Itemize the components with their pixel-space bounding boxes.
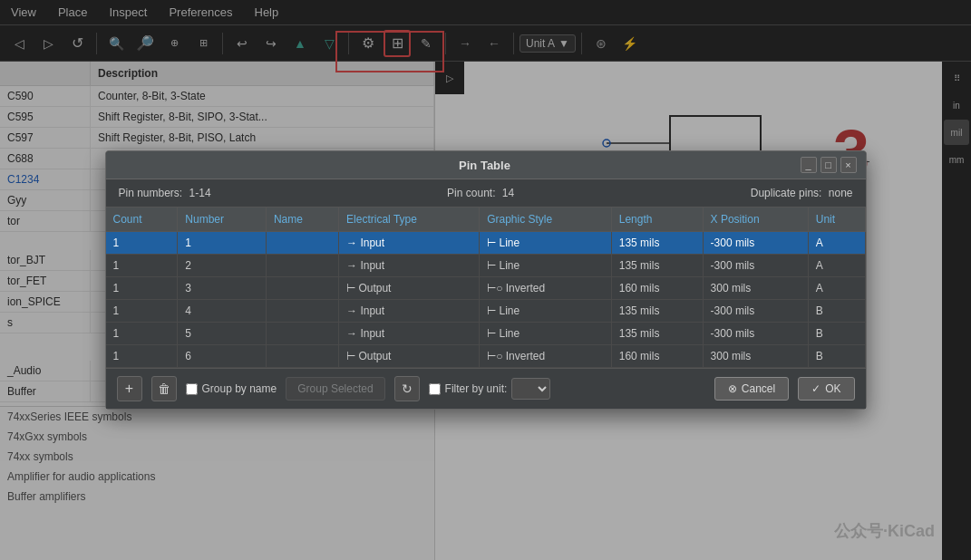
cell-unit: A bbox=[808, 232, 865, 255]
table-row[interactable]: 1 1 → Input ⊢ Line 135 mils -300 mils A bbox=[106, 232, 866, 255]
pin-table: Count Number Name Electrical Type Graphi… bbox=[106, 208, 866, 368]
table-row[interactable]: 1 2 → Input ⊢ Line 135 mils -300 mils A bbox=[106, 255, 866, 277]
group-by-name-label: Group by name bbox=[202, 382, 277, 395]
cell-unit: A bbox=[808, 255, 865, 277]
dialog-bottombar: + 🗑 Group by name Group Selected ↻ Filte… bbox=[106, 368, 866, 409]
cell-x-position: -300 mils bbox=[703, 255, 808, 277]
dialog-minimize-btn[interactable]: _ bbox=[801, 157, 817, 173]
table-row[interactable]: 1 6 ⊢ Output ⊢○ Inverted 160 mils 300 mi… bbox=[106, 345, 866, 368]
ok-icon: ✓ bbox=[811, 382, 820, 395]
duplicate-pins-label: Duplicate pins: bbox=[751, 187, 822, 199]
table-row[interactable]: 1 4 → Input ⊢ Line 135 mils -300 mils B bbox=[106, 300, 866, 323]
cell-count: 1 bbox=[106, 300, 178, 323]
delete-pin-button[interactable]: 🗑 bbox=[151, 376, 177, 401]
table-row[interactable]: 1 5 → Input ⊢ Line 135 mils -300 mils B bbox=[106, 323, 866, 345]
pin-count-label: Pin count: bbox=[447, 187, 495, 199]
table-row[interactable]: 1 3 ⊢ Output ⊢○ Inverted 160 mils 300 mi… bbox=[106, 277, 866, 300]
cell-electrical-type: → Input bbox=[339, 323, 480, 345]
add-pin-button[interactable]: + bbox=[117, 376, 142, 401]
cell-length: 135 mils bbox=[611, 323, 703, 345]
cell-length: 160 mils bbox=[611, 345, 703, 368]
modal-overlay: Pin Table _ □ × Pin numbers: 1-14 Pin co… bbox=[0, 0, 971, 560]
pin-numbers-value: 1-14 bbox=[189, 187, 211, 199]
col-number: Number bbox=[178, 208, 267, 232]
cell-count: 1 bbox=[106, 277, 178, 300]
pin-count-value: 14 bbox=[502, 187, 514, 199]
col-unit: Unit bbox=[808, 208, 865, 232]
dialog-controls: _ □ × bbox=[801, 157, 857, 173]
cell-unit: B bbox=[808, 323, 865, 345]
cell-graphic-style: ⊢○ Inverted bbox=[480, 277, 612, 300]
cell-electrical-type: ⊢ Output bbox=[339, 277, 480, 300]
filter-by-unit-label: Filter by unit: A B bbox=[429, 378, 551, 400]
col-count: Count bbox=[106, 208, 178, 232]
col-name: Name bbox=[266, 208, 338, 232]
cell-number: 5 bbox=[178, 323, 267, 345]
group-selected-button[interactable]: Group Selected bbox=[286, 377, 384, 401]
col-graphic-style: Graphic Style bbox=[480, 208, 612, 232]
cell-length: 135 mils bbox=[611, 255, 703, 277]
cell-name bbox=[266, 300, 338, 323]
cancel-label: Cancel bbox=[742, 382, 775, 395]
cell-electrical-type: → Input bbox=[339, 232, 480, 255]
filter-by-unit-checkbox[interactable] bbox=[429, 383, 441, 395]
cancel-button[interactable]: ⊗ Cancel bbox=[714, 377, 789, 401]
cell-name bbox=[266, 345, 338, 368]
cell-number: 6 bbox=[178, 345, 267, 368]
dialog-maximize-btn[interactable]: □ bbox=[820, 157, 837, 173]
pin-table-dialog: Pin Table _ □ × Pin numbers: 1-14 Pin co… bbox=[105, 150, 867, 410]
ok-button[interactable]: ✓ OK bbox=[798, 377, 854, 401]
col-length: Length bbox=[611, 208, 703, 232]
cell-unit: B bbox=[808, 300, 865, 323]
cell-count: 1 bbox=[106, 323, 178, 345]
cell-number: 4 bbox=[178, 300, 267, 323]
cell-count: 1 bbox=[106, 232, 178, 255]
refresh-button[interactable]: ↻ bbox=[394, 376, 420, 401]
table-header-row: Count Number Name Electrical Type Graphi… bbox=[106, 208, 866, 232]
cell-name bbox=[266, 277, 338, 300]
cell-x-position: 300 mils bbox=[703, 277, 808, 300]
cell-graphic-style: ⊢ Line bbox=[480, 300, 612, 323]
cell-graphic-style: ⊢ Line bbox=[480, 255, 612, 277]
cell-x-position: 300 mils bbox=[703, 345, 808, 368]
pin-table-body: 1 1 → Input ⊢ Line 135 mils -300 mils A bbox=[106, 232, 866, 368]
dialog-infobar: Pin numbers: 1-14 Pin count: 14 Duplicat… bbox=[106, 179, 866, 208]
cell-x-position: -300 mils bbox=[703, 232, 808, 255]
trash-icon: 🗑 bbox=[158, 381, 170, 396]
filter-label-text: Filter by unit: bbox=[445, 382, 508, 395]
cell-graphic-style: ⊢ Line bbox=[480, 232, 612, 255]
cell-electrical-type: ⊢ Output bbox=[339, 345, 480, 368]
pin-numbers-label: Pin numbers: bbox=[119, 187, 183, 199]
dialog-close-btn[interactable]: × bbox=[840, 157, 857, 173]
cancel-icon: ⊗ bbox=[728, 382, 737, 395]
cell-unit: B bbox=[808, 345, 865, 368]
cell-length: 135 mils bbox=[611, 232, 703, 255]
filter-unit-select[interactable]: A B bbox=[511, 378, 550, 400]
cell-length: 135 mils bbox=[611, 300, 703, 323]
group-by-name-checkbox-label[interactable]: Group by name bbox=[186, 382, 277, 395]
cell-number: 1 bbox=[178, 232, 267, 255]
cell-number: 3 bbox=[178, 277, 267, 300]
cell-count: 1 bbox=[106, 345, 178, 368]
pin-table-header: Count Number Name Electrical Type Graphi… bbox=[106, 208, 866, 232]
cell-length: 160 mils bbox=[611, 277, 703, 300]
ok-label: OK bbox=[825, 382, 840, 395]
col-x-position: X Position bbox=[703, 208, 808, 232]
cell-graphic-style: ⊢ Line bbox=[480, 323, 612, 345]
cell-name bbox=[266, 255, 338, 277]
cell-electrical-type: → Input bbox=[339, 300, 480, 323]
cell-count: 1 bbox=[106, 255, 178, 277]
dialog-title: Pin Table bbox=[170, 159, 801, 172]
duplicate-pins-value: none bbox=[829, 187, 853, 199]
col-electrical-type: Electrical Type bbox=[339, 208, 480, 232]
cell-graphic-style: ⊢○ Inverted bbox=[480, 345, 612, 368]
pin-table-container: Count Number Name Electrical Type Graphi… bbox=[106, 208, 866, 368]
group-by-name-checkbox[interactable] bbox=[186, 383, 198, 395]
cell-unit: A bbox=[808, 277, 865, 300]
cell-name bbox=[266, 323, 338, 345]
cell-x-position: -300 mils bbox=[703, 323, 808, 345]
cell-name bbox=[266, 232, 338, 255]
dialog-titlebar: Pin Table _ □ × bbox=[106, 151, 866, 179]
cell-electrical-type: → Input bbox=[339, 255, 480, 277]
cell-x-position: -300 mils bbox=[703, 300, 808, 323]
